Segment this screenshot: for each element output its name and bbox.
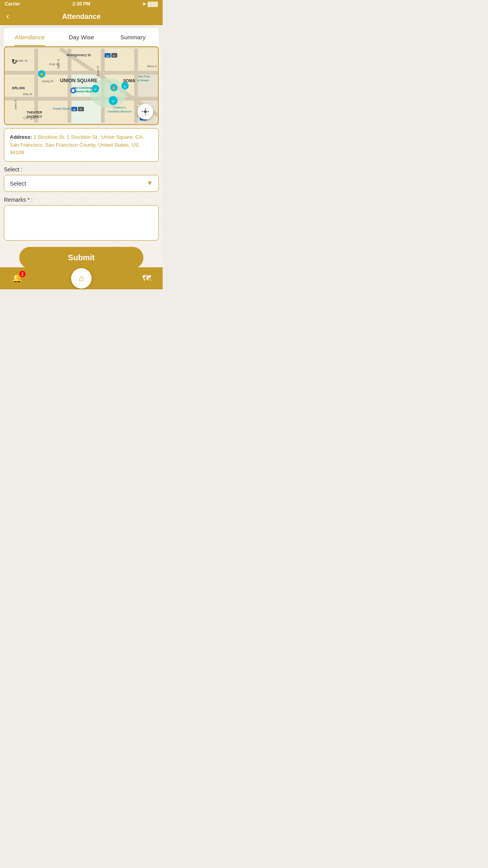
remarks-section: Remarks * : <box>4 197 159 242</box>
svg-text:M: M <box>124 85 126 88</box>
svg-text:Children's: Children's <box>113 106 126 109</box>
submit-button[interactable]: Submit <box>19 247 143 268</box>
svg-rect-4 <box>105 49 134 71</box>
remarks-input[interactable] <box>4 205 159 241</box>
svg-text:Geary St: Geary St <box>42 79 54 83</box>
svg-text:🚌: 🚌 <box>106 54 110 57</box>
svg-rect-11 <box>38 101 68 123</box>
svg-text:Jessie St: Jessie St <box>97 66 99 77</box>
svg-text:bc: bc <box>113 54 116 57</box>
svg-text:↻: ↻ <box>11 58 17 66</box>
status-bar: Carrier 2:30 PM ➤ ▓▓▓ <box>0 0 163 8</box>
main-content: Montgomery St Sutter St Post St Geary St… <box>0 46 163 267</box>
svg-text:🐱: 🐱 <box>40 73 44 76</box>
svg-text:Montgomery St: Montgomery St <box>67 53 91 57</box>
address-label: Address: <box>10 134 32 140</box>
map-container: Montgomery St Sutter St Post St Geary St… <box>4 46 159 125</box>
svg-text:Ellis St: Ellis St <box>23 92 33 96</box>
tab-attendance[interactable]: Attendance <box>4 28 55 46</box>
svg-text:Creativity Museum: Creativity Museum <box>107 110 132 113</box>
svg-text:🎨: 🎨 <box>112 86 116 90</box>
notifications-button[interactable]: 🔔 2 <box>12 273 22 283</box>
map-button[interactable]: 🗺 <box>142 273 151 283</box>
remarks-label: Remarks * : <box>4 197 159 203</box>
tab-summary[interactable]: Summary <box>107 28 159 46</box>
select-section: Select : Select ▼ <box>4 166 159 192</box>
svg-text:Minna S: Minna S <box>147 65 157 68</box>
svg-text:Sutter St: Sutter St <box>16 59 28 63</box>
svg-point-59 <box>72 89 75 92</box>
svg-text:Google: Google <box>23 116 35 120</box>
page-title: Attendance <box>62 13 101 21</box>
svg-text:Taylor St: Taylor St <box>57 59 60 69</box>
svg-text:M: M <box>94 88 96 91</box>
svg-point-72 <box>144 110 147 113</box>
carrier-label: Carrier <box>5 1 20 7</box>
tab-daywise[interactable]: Day Wise <box>55 28 107 46</box>
svg-text:UNION SQUARE: UNION SQUARE <box>60 78 97 83</box>
svg-text:M: M <box>112 99 114 103</box>
svg-text:Jones St: Jones St <box>14 99 17 110</box>
tabs-container: Attendance Day Wise Summary <box>4 28 159 46</box>
location-button[interactable] <box>138 104 153 120</box>
status-icons: ➤ ▓▓▓ <box>142 1 158 7</box>
svg-text:🚌: 🚌 <box>73 107 76 111</box>
svg-text:THEATER: THEATER <box>27 110 42 114</box>
time-label: 2:30 PM <box>72 1 90 7</box>
svg-text:ERLOIN: ERLOIN <box>12 86 25 90</box>
svg-rect-18 <box>5 71 158 74</box>
notification-badge: 2 <box>19 271 26 277</box>
back-button[interactable]: ‹ <box>6 11 9 22</box>
map-icon: 🗺 <box>142 273 151 283</box>
svg-text:bc: bc <box>80 108 83 110</box>
home-button[interactable]: ⌂ <box>71 268 92 289</box>
select-dropdown[interactable]: Select <box>4 175 158 191</box>
svg-text:San Fran: San Fran <box>138 75 150 78</box>
home-icon: ⌂ <box>79 273 84 283</box>
svg-text:Powell Street: Powell Street <box>53 107 70 110</box>
location-icon: ➤ <box>142 1 146 7</box>
select-label: Select : <box>4 166 159 173</box>
battery-icon: ▓▓▓ <box>148 1 158 7</box>
address-box: Address: 1 Stockton St, 1 Stockton St , … <box>4 128 159 162</box>
bottom-nav: 🔔 2 ⌂ 🗺 <box>0 267 163 289</box>
select-wrapper[interactable]: Select ▼ <box>4 175 159 192</box>
svg-rect-15 <box>68 49 71 123</box>
header: ‹ Attendance <box>0 8 163 25</box>
svg-text:of Moder: of Moder <box>137 79 149 82</box>
